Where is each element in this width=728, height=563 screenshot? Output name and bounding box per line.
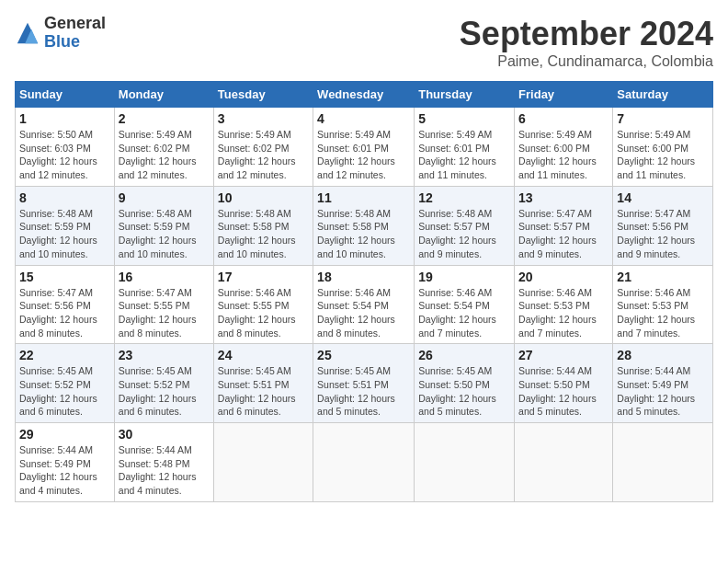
calendar-week-row: 22Sunrise: 5:45 AM Sunset: 5:52 PM Dayli…: [16, 344, 713, 423]
table-row: 23Sunrise: 5:45 AM Sunset: 5:52 PM Dayli…: [114, 344, 213, 423]
day-number: 29: [19, 427, 110, 442]
day-info: Sunrise: 5:47 AM Sunset: 5:55 PM Dayligh…: [119, 286, 210, 340]
calendar-table: Sunday Monday Tuesday Wednesday Thursday…: [15, 81, 713, 502]
day-number: 17: [218, 270, 309, 284]
day-number: 28: [617, 348, 709, 362]
table-row: 6Sunrise: 5:49 AM Sunset: 6:00 PM Daylig…: [515, 108, 613, 187]
day-info: Sunrise: 5:49 AM Sunset: 6:02 PM Dayligh…: [218, 128, 309, 182]
table-row: 5Sunrise: 5:49 AM Sunset: 6:01 PM Daylig…: [415, 108, 515, 187]
table-row: 18Sunrise: 5:46 AM Sunset: 5:54 PM Dayli…: [313, 265, 415, 344]
day-number: 2: [119, 111, 210, 126]
day-number: 11: [317, 190, 410, 205]
day-info: Sunrise: 5:47 AM Sunset: 5:56 PM Dayligh…: [19, 286, 110, 340]
day-info: Sunrise: 5:46 AM Sunset: 5:53 PM Dayligh…: [617, 286, 709, 340]
location-title: Paime, Cundinamarca, Colombia: [460, 53, 713, 70]
day-number: 23: [119, 348, 210, 362]
day-info: Sunrise: 5:46 AM Sunset: 5:54 PM Dayligh…: [317, 286, 410, 340]
table-row: 26Sunrise: 5:45 AM Sunset: 5:50 PM Dayli…: [415, 344, 515, 423]
day-number: 19: [418, 270, 510, 284]
day-number: 10: [218, 190, 309, 205]
table-row: 9Sunrise: 5:48 AM Sunset: 5:59 PM Daylig…: [114, 186, 213, 265]
table-row: 24Sunrise: 5:45 AM Sunset: 5:51 PM Dayli…: [213, 344, 313, 423]
day-number: 4: [317, 111, 410, 126]
table-row: 16Sunrise: 5:47 AM Sunset: 5:55 PM Dayli…: [114, 265, 213, 344]
day-number: 12: [418, 190, 510, 205]
table-row: 4Sunrise: 5:49 AM Sunset: 6:01 PM Daylig…: [313, 108, 415, 187]
title-block: September 2024 Paime, Cundinamarca, Colo…: [460, 15, 713, 70]
table-row: 21Sunrise: 5:46 AM Sunset: 5:53 PM Dayli…: [613, 265, 713, 344]
logo: General Blue: [15, 15, 106, 52]
day-number: 20: [518, 270, 609, 284]
day-info: Sunrise: 5:47 AM Sunset: 5:56 PM Dayligh…: [617, 207, 709, 261]
day-info: Sunrise: 5:49 AM Sunset: 6:02 PM Dayligh…: [119, 128, 210, 182]
weekday-header-row: Sunday Monday Tuesday Wednesday Thursday…: [16, 82, 713, 108]
table-row: 11Sunrise: 5:48 AM Sunset: 5:58 PM Dayli…: [313, 186, 415, 265]
table-row: 1Sunrise: 5:50 AM Sunset: 6:03 PM Daylig…: [16, 108, 115, 187]
table-row: 13Sunrise: 5:47 AM Sunset: 5:57 PM Dayli…: [515, 186, 613, 265]
day-info: Sunrise: 5:44 AM Sunset: 5:50 PM Dayligh…: [518, 364, 609, 419]
month-title: September 2024: [460, 15, 713, 53]
day-info: Sunrise: 5:47 AM Sunset: 5:57 PM Dayligh…: [518, 207, 609, 261]
day-info: Sunrise: 5:46 AM Sunset: 5:53 PM Dayligh…: [518, 286, 609, 340]
table-row: [313, 423, 415, 502]
day-number: 21: [617, 270, 709, 284]
table-row: 2Sunrise: 5:49 AM Sunset: 6:02 PM Daylig…: [114, 108, 213, 187]
day-number: 1: [19, 111, 110, 126]
table-row: 25Sunrise: 5:45 AM Sunset: 5:51 PM Dayli…: [313, 344, 415, 423]
table-row: 20Sunrise: 5:46 AM Sunset: 5:53 PM Dayli…: [515, 265, 613, 344]
table-row: 14Sunrise: 5:47 AM Sunset: 5:56 PM Dayli…: [613, 186, 713, 265]
day-info: Sunrise: 5:48 AM Sunset: 5:58 PM Dayligh…: [317, 207, 410, 261]
header-sunday: Sunday: [16, 82, 115, 108]
day-number: 30: [119, 427, 210, 442]
table-row: 30Sunrise: 5:44 AM Sunset: 5:48 PM Dayli…: [114, 423, 213, 502]
day-info: Sunrise: 5:49 AM Sunset: 6:00 PM Dayligh…: [518, 128, 609, 182]
day-info: Sunrise: 5:45 AM Sunset: 5:52 PM Dayligh…: [19, 364, 110, 419]
day-info: Sunrise: 5:45 AM Sunset: 5:50 PM Dayligh…: [418, 364, 510, 419]
day-number: 16: [119, 270, 210, 284]
table-row: 8Sunrise: 5:48 AM Sunset: 5:59 PM Daylig…: [16, 186, 115, 265]
day-info: Sunrise: 5:48 AM Sunset: 5:59 PM Dayligh…: [19, 207, 110, 261]
day-number: 6: [518, 111, 609, 126]
day-info: Sunrise: 5:49 AM Sunset: 6:01 PM Dayligh…: [418, 128, 510, 182]
day-number: 24: [218, 348, 309, 362]
table-row: 3Sunrise: 5:49 AM Sunset: 6:02 PM Daylig…: [213, 108, 313, 187]
day-number: 14: [617, 190, 709, 205]
day-number: 3: [218, 111, 309, 126]
table-row: 15Sunrise: 5:47 AM Sunset: 5:56 PM Dayli…: [16, 265, 115, 344]
header-saturday: Saturday: [613, 82, 713, 108]
header-tuesday: Tuesday: [213, 82, 313, 108]
table-row: 27Sunrise: 5:44 AM Sunset: 5:50 PM Dayli…: [515, 344, 613, 423]
day-info: Sunrise: 5:49 AM Sunset: 6:01 PM Dayligh…: [317, 128, 410, 182]
day-info: Sunrise: 5:45 AM Sunset: 5:51 PM Dayligh…: [317, 364, 410, 419]
logo-text: General Blue: [44, 15, 106, 52]
calendar-week-row: 8Sunrise: 5:48 AM Sunset: 5:59 PM Daylig…: [16, 186, 713, 265]
day-info: Sunrise: 5:49 AM Sunset: 6:00 PM Dayligh…: [617, 128, 709, 182]
header-thursday: Thursday: [415, 82, 515, 108]
day-number: 27: [518, 348, 609, 362]
logo-icon: [15, 20, 40, 46]
day-number: 7: [617, 111, 709, 126]
table-row: [613, 423, 713, 502]
table-row: 28Sunrise: 5:44 AM Sunset: 5:49 PM Dayli…: [613, 344, 713, 423]
day-number: 18: [317, 270, 410, 284]
day-number: 22: [19, 348, 110, 362]
table-row: 12Sunrise: 5:48 AM Sunset: 5:57 PM Dayli…: [415, 186, 515, 265]
day-number: 25: [317, 348, 410, 362]
day-number: 5: [418, 111, 510, 126]
day-info: Sunrise: 5:50 AM Sunset: 6:03 PM Dayligh…: [19, 128, 110, 182]
day-number: 9: [119, 190, 210, 205]
header-wednesday: Wednesday: [313, 82, 415, 108]
day-number: 26: [418, 348, 510, 362]
table-row: [415, 423, 515, 502]
day-info: Sunrise: 5:44 AM Sunset: 5:49 PM Dayligh…: [617, 364, 709, 419]
day-info: Sunrise: 5:44 AM Sunset: 5:49 PM Dayligh…: [19, 443, 110, 498]
day-info: Sunrise: 5:48 AM Sunset: 5:59 PM Dayligh…: [119, 207, 210, 261]
table-row: 17Sunrise: 5:46 AM Sunset: 5:55 PM Dayli…: [213, 265, 313, 344]
page-header: General Blue September 2024 Paime, Cundi…: [15, 15, 713, 70]
table-row: 29Sunrise: 5:44 AM Sunset: 5:49 PM Dayli…: [16, 423, 115, 502]
table-row: [213, 423, 313, 502]
table-row: 19Sunrise: 5:46 AM Sunset: 5:54 PM Dayli…: [415, 265, 515, 344]
table-row: [515, 423, 613, 502]
day-info: Sunrise: 5:46 AM Sunset: 5:55 PM Dayligh…: [218, 286, 309, 340]
day-info: Sunrise: 5:45 AM Sunset: 5:51 PM Dayligh…: [218, 364, 309, 419]
